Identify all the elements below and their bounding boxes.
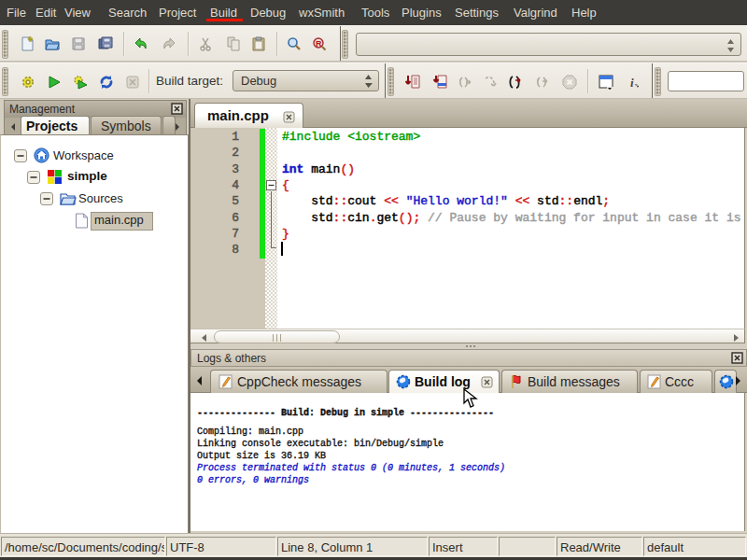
svg-text:i: i: [630, 76, 634, 90]
svg-text:R: R: [316, 39, 322, 49]
